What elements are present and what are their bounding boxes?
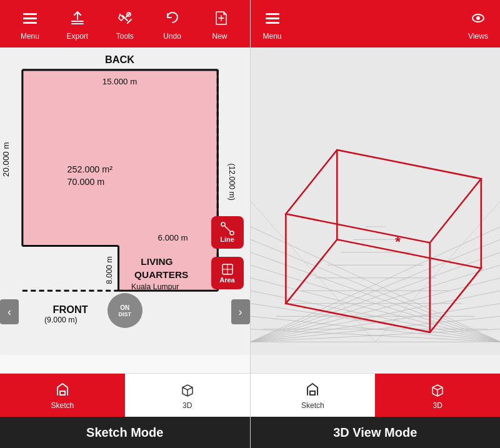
threed-caption: 3D View Mode [251, 417, 501, 448]
svg-text:20.000 m: 20.000 m [1, 142, 11, 177]
arrow-right-button[interactable]: › [231, 299, 250, 324]
threed-panel: Menu Views [251, 0, 501, 448]
sketch-caption-text: Sketch Mode [86, 426, 163, 440]
threed-svg: * [251, 47, 501, 355]
sketch-caption: Sketch Mode [0, 417, 250, 448]
on-label: ON [120, 304, 129, 311]
svg-text:FRONT: FRONT [52, 304, 88, 315]
svg-text:(12.000 m): (12.000 m) [228, 163, 236, 200]
svg-text:15.000 m: 15.000 m [102, 77, 137, 86]
svg-text:QUARTERS: QUARTERS [134, 269, 188, 280]
views-label: Views [468, 32, 488, 41]
svg-point-34 [476, 16, 480, 20]
sketch-tab-right[interactable]: Sketch [251, 374, 376, 417]
threed-tab-icon-right [429, 381, 446, 399]
tools-label: Tools [116, 32, 134, 41]
hamburger-icon [23, 13, 37, 24]
undo-icon [164, 9, 181, 27]
right-hamburger-icon [266, 13, 279, 24]
svg-text:LIVING: LIVING [141, 256, 172, 267]
svg-text:BACK: BACK [105, 54, 134, 65]
views-button[interactable]: Views [462, 7, 494, 41]
area-icon [221, 262, 234, 276]
right-topbar: Menu Views [251, 0, 501, 47]
threed-tab-label-left: 3D [182, 401, 192, 410]
svg-rect-1 [71, 23, 84, 24]
sketch-tab-label-left: Sketch [51, 401, 74, 410]
right-menu-button[interactable]: Menu [257, 7, 288, 41]
right-bottom-tabs: Sketch 3D [251, 373, 501, 417]
new-button[interactable]: New [204, 7, 236, 41]
tools-icon [116, 9, 134, 27]
eye-icon [469, 9, 487, 27]
threed-tab-right[interactable]: 3D [375, 374, 500, 417]
line-tool-button[interactable]: Line [211, 216, 244, 249]
threed-tab-label-right: 3D [432, 401, 442, 410]
menu-label: Menu [21, 32, 39, 41]
new-label: New [212, 32, 227, 41]
svg-text:(9.000 m): (9.000 m) [44, 316, 78, 324]
export-icon [69, 9, 86, 27]
sketch-tab-icon-right [304, 381, 321, 399]
svg-text:*: * [395, 234, 401, 249]
sketch-panel: Menu Export [0, 0, 250, 448]
sketch-tab-left[interactable]: Sketch [0, 374, 125, 417]
svg-line-28 [224, 226, 231, 232]
line-label: Line [220, 236, 234, 243]
line-icon [221, 222, 234, 236]
undo-label: Undo [163, 32, 181, 41]
on-dist-button[interactable]: ON DIST [108, 293, 142, 328]
undo-button[interactable]: Undo [157, 7, 188, 41]
menu-button[interactable]: Menu [14, 7, 46, 41]
sketch-tab-icon-left [54, 381, 71, 399]
left-bottom-tabs: Sketch 3D [0, 373, 250, 417]
area-label: Area [219, 276, 234, 284]
threed-tab-icon-left [179, 381, 196, 399]
sketch-tab-label-right: Sketch [301, 401, 324, 410]
threed-canvas-area[interactable]: * [251, 47, 501, 373]
tools-button[interactable]: Tools [109, 7, 141, 41]
right-menu-label: Menu [262, 32, 281, 41]
svg-text:252.000 m²: 252.000 m² [68, 164, 113, 174]
left-topbar: Menu Export [0, 0, 250, 47]
dist-label: DIST [118, 311, 131, 317]
new-icon [211, 9, 229, 27]
sketch-main: BACK FRONT 15.000 m (12.000 m) 20.000 m … [0, 47, 250, 373]
svg-text:Kuala Lumpur: Kuala Lumpur [131, 282, 179, 291]
threed-main: * [251, 47, 501, 373]
svg-rect-32 [60, 391, 65, 395]
svg-text:70.000 m: 70.000 m [68, 177, 105, 187]
area-tool-button[interactable]: Area [211, 257, 244, 289]
sketch-canvas-area[interactable]: BACK FRONT 15.000 m (12.000 m) 20.000 m … [0, 47, 250, 373]
svg-rect-73 [310, 391, 315, 395]
svg-text:8.000 m: 8.000 m [105, 256, 114, 284]
svg-rect-0 [71, 21, 84, 22]
export-label: Export [66, 32, 88, 41]
threed-tab-left[interactable]: 3D [125, 374, 250, 417]
threed-caption-text: 3D View Mode [333, 426, 417, 440]
svg-text:6.000 m: 6.000 m [158, 233, 188, 242]
export-button[interactable]: Export [62, 7, 93, 41]
arrow-left-button[interactable]: ‹ [0, 299, 19, 324]
